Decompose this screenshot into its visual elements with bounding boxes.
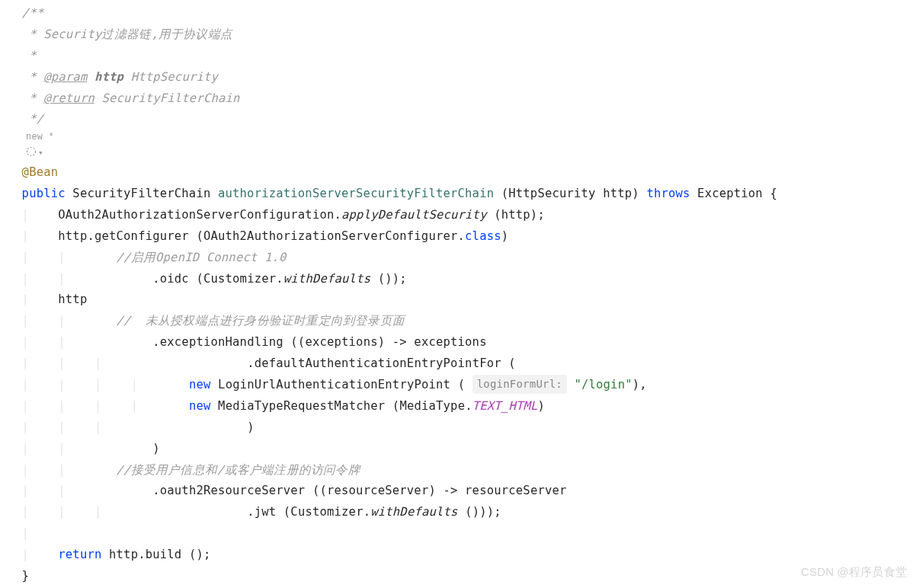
javadoc-open: /** bbox=[22, 6, 44, 20]
javadoc-param-tag: @param bbox=[43, 70, 87, 84]
javadoc-line: * bbox=[22, 49, 37, 62]
inlay-hint-loginformurl: loginFormUrl: bbox=[472, 375, 567, 394]
javadoc-return-tag: @return bbox=[43, 91, 94, 105]
constant-text-html: TEXT_HTML bbox=[472, 399, 538, 413]
static-call: withDefaults bbox=[370, 505, 457, 519]
annotation-bean: @Bean bbox=[22, 165, 59, 179]
string-login: "/login" bbox=[567, 378, 633, 391]
method-name: authorizationServerSecurityFilterChain bbox=[218, 187, 494, 200]
keyword-new: new bbox=[189, 378, 211, 391]
gutter-new-marker: new * bbox=[0, 130, 916, 145]
comment-token: //接受用户信息和/或客户端注册的访问令牌 bbox=[117, 463, 360, 477]
comment-oidc: //启用OpenID Connect 1.0 bbox=[117, 251, 287, 264]
code-block: /** * Security过滤器链,用于协议端点 * * @param htt… bbox=[0, 0, 916, 130]
javadoc-line: * Security过滤器链,用于协议端点 bbox=[22, 27, 232, 41]
comment-redirect: // 未从授权端点进行身份验证时重定向到登录页面 bbox=[117, 314, 405, 328]
keyword-class: class bbox=[465, 229, 501, 243]
javadoc-close: */ bbox=[22, 112, 44, 126]
code-body: @Bean public SecurityFilterChain authori… bbox=[0, 159, 916, 587]
javadoc-line: * bbox=[22, 91, 44, 105]
chevron-down-icon: ▾ bbox=[38, 149, 43, 158]
keyword-public: public bbox=[22, 187, 66, 200]
static-call: applyDefaultSecurity bbox=[341, 208, 487, 222]
keyword-throws: throws bbox=[646, 187, 690, 200]
static-call: withDefaults bbox=[283, 272, 370, 286]
keyword-return: return bbox=[58, 548, 101, 561]
gutter-bean-icon[interactable]: ▾ bbox=[0, 145, 916, 160]
svg-point-0 bbox=[27, 147, 36, 155]
keyword-new: new bbox=[189, 399, 211, 413]
javadoc-line: * bbox=[22, 70, 44, 84]
